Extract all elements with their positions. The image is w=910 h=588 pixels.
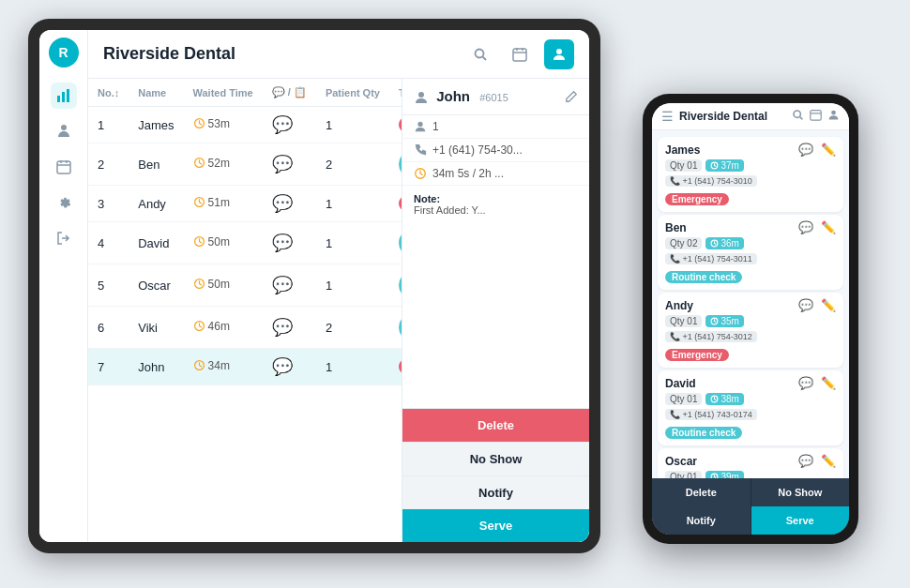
phone-footer-row2: Notify Serve bbox=[652, 506, 849, 535]
phone-notify-button[interactable]: Notify bbox=[652, 506, 751, 535]
phone-app-title: Riverside Dental bbox=[679, 110, 786, 123]
col-tags: Tags bbox=[389, 79, 402, 107]
phone-chat-icon[interactable]: 💬 bbox=[798, 220, 813, 234]
phone-chat-icon[interactable]: 💬 bbox=[798, 454, 813, 468]
svg-rect-2 bbox=[67, 89, 69, 102]
phone-calendar-icon[interactable] bbox=[810, 109, 822, 124]
serve-button[interactable]: Serve bbox=[402, 509, 589, 542]
phone-qty-badge: Qty 01 bbox=[665, 393, 702, 405]
calendar-icon-btn[interactable] bbox=[505, 39, 535, 69]
phone-patient-card[interactable]: Ben 💬 ✏️ Qty 02 36m 📞 +1 (541) 754-3011 … bbox=[658, 215, 843, 290]
phone-patient-list[interactable]: James 💬 ✏️ Qty 01 37m 📞 +1 (541) 754-301… bbox=[652, 130, 849, 478]
phone-patient-name-row: Andy 💬 ✏️ bbox=[665, 298, 836, 312]
phone-qty-badge: Qty 01 bbox=[665, 159, 702, 172]
table-row[interactable]: 4 David 50m 💬 1 Routine check bbox=[88, 222, 402, 264]
search-icon-btn[interactable] bbox=[465, 39, 495, 69]
phone-serve-button[interactable]: Serve bbox=[751, 506, 850, 535]
tablet-content: No.↕ Name Waited Time 💬 / 📋 Patient Qty … bbox=[88, 79, 589, 542]
detail-note-label: Note: bbox=[414, 193, 440, 204]
phone-patient-card[interactable]: Andy 💬 ✏️ Qty 01 35m 📞 +1 (541) 754-3012… bbox=[658, 293, 843, 368]
sidebar-icon-calendar[interactable] bbox=[51, 154, 77, 180]
table-row[interactable]: 7 John 34m 💬 1 Emergency bbox=[88, 349, 402, 385]
phone-patient-actions: 💬 ✏️ bbox=[798, 376, 836, 390]
phone-patient-info-row: Qty 01 39m 📞 +1 (541) 754-3015 bbox=[665, 471, 836, 478]
cell-no: 3 bbox=[88, 186, 129, 222]
phone-number-badge: 📞 +1 (541) 754-3010 bbox=[665, 175, 757, 187]
phone-tag: Routine check bbox=[665, 271, 742, 283]
tablet-detail-panel: John #6015 1 +1 (641) 754-30... bbox=[402, 79, 589, 542]
cell-chat: 💬 bbox=[263, 264, 316, 307]
cell-qty: 1 bbox=[316, 186, 389, 222]
cell-tag: Routine check bbox=[389, 264, 402, 307]
queue-table: No.↕ Name Waited Time 💬 / 📋 Patient Qty … bbox=[88, 79, 402, 385]
header-icons bbox=[465, 39, 574, 69]
cell-no: 7 bbox=[88, 349, 129, 385]
phone-patient-name: James bbox=[665, 143, 700, 157]
table-row[interactable]: 2 Ben 52m 💬 2 Routine check bbox=[88, 143, 402, 186]
phone-edit-icon[interactable]: ✏️ bbox=[821, 454, 836, 468]
phone-edit-icon[interactable]: ✏️ bbox=[821, 220, 836, 234]
table-row[interactable]: 1 James 53m 💬 1 Emergency bbox=[88, 107, 402, 143]
delete-button[interactable]: Delete bbox=[402, 409, 589, 442]
phone-qty-badge: Qty 02 bbox=[665, 237, 702, 249]
cell-no: 5 bbox=[88, 264, 129, 307]
phone-patient-name-row: Oscar 💬 ✏️ bbox=[665, 454, 836, 468]
detail-header: John #6015 bbox=[402, 79, 589, 115]
phone-number-badge: 📞 +1 (541) 743-0174 bbox=[665, 409, 757, 420]
svg-point-29 bbox=[831, 111, 836, 115]
cell-chat: 💬 bbox=[263, 143, 316, 186]
table-row[interactable]: 3 Andy 51m 💬 1 Emergency bbox=[88, 186, 402, 222]
detail-note: Note: First Added: Y... bbox=[402, 186, 589, 408]
user-icon-btn[interactable] bbox=[544, 39, 574, 69]
notify-button[interactable]: Notify bbox=[402, 475, 589, 509]
detail-wait-row: 34m 5s / 2h ... bbox=[402, 162, 589, 186]
svg-point-3 bbox=[61, 125, 67, 130]
detail-actions-row: No Show bbox=[402, 442, 589, 475]
phone-patient-card[interactable]: David 💬 ✏️ Qty 01 38m 📞 +1 (541) 743-017… bbox=[658, 370, 843, 445]
table-row[interactable]: 6 Viki 46m 💬 2 Routine check bbox=[88, 307, 402, 349]
cell-waited: 34m bbox=[184, 349, 263, 385]
queue-table-area[interactable]: No.↕ Name Waited Time 💬 / 📋 Patient Qty … bbox=[88, 79, 402, 542]
sidebar-icon-queue[interactable] bbox=[51, 118, 77, 144]
svg-rect-1 bbox=[62, 92, 65, 102]
svg-point-8 bbox=[476, 49, 484, 57]
phone-edit-icon[interactable]: ✏️ bbox=[821, 143, 836, 157]
col-qty: Patient Qty bbox=[316, 79, 389, 107]
cell-chat: 💬 bbox=[263, 349, 316, 385]
phone-edit-icon[interactable]: ✏️ bbox=[821, 376, 836, 390]
sidebar-icon-settings[interactable] bbox=[51, 189, 77, 216]
cell-no: 6 bbox=[88, 307, 129, 349]
phone-qty-badge: Qty 01 bbox=[665, 315, 702, 327]
svg-line-26 bbox=[800, 117, 803, 120]
sidebar-icon-logout[interactable] bbox=[51, 225, 77, 251]
tablet-screen: R Riverside Dental bbox=[39, 30, 589, 542]
phone-patient-card[interactable]: James 💬 ✏️ Qty 01 37m 📞 +1 (541) 754-301… bbox=[658, 137, 843, 212]
phone-patient-info-row: Qty 01 35m 📞 +1 (541) 754-3012 bbox=[665, 315, 836, 342]
phone-patient-actions: 💬 ✏️ bbox=[798, 143, 836, 157]
phone-time-badge: 36m bbox=[705, 237, 743, 249]
cell-waited: 53m bbox=[184, 107, 263, 143]
phone-chat-icon[interactable]: 💬 bbox=[798, 143, 813, 157]
phone-noshow-button[interactable]: No Show bbox=[751, 478, 850, 506]
hamburger-icon[interactable]: ☰ bbox=[661, 109, 674, 124]
phone-patient-card[interactable]: Oscar 💬 ✏️ Qty 01 39m 📞 +1 (541) 754-301… bbox=[658, 448, 843, 478]
phone-chat-icon[interactable]: 💬 bbox=[798, 376, 813, 390]
table-row[interactable]: 5 Oscar 50m 💬 1 Routine check bbox=[88, 264, 402, 307]
phone-patient-name: Andy bbox=[665, 299, 693, 312]
noshow-button[interactable]: No Show bbox=[402, 442, 589, 475]
cell-name: Andy bbox=[129, 186, 183, 222]
svg-rect-10 bbox=[513, 49, 526, 61]
sidebar-icon-analytics[interactable] bbox=[51, 83, 77, 109]
phone-chat-icon[interactable]: 💬 bbox=[798, 298, 813, 312]
phone-delete-button[interactable]: Delete bbox=[652, 478, 751, 506]
phone-footer-row1: Delete No Show bbox=[652, 478, 849, 506]
cell-chat: 💬 bbox=[263, 186, 316, 222]
cell-tag: Emergency bbox=[389, 107, 402, 143]
phone-user-icon[interactable] bbox=[827, 109, 840, 124]
phone-search-icon[interactable] bbox=[792, 109, 804, 124]
cell-qty: 1 bbox=[316, 107, 389, 143]
phone-edit-icon[interactable]: ✏️ bbox=[821, 298, 836, 312]
col-name: Name bbox=[129, 79, 183, 107]
tablet-header: Riverside Dental bbox=[88, 30, 589, 79]
detail-qty-row: 1 bbox=[402, 115, 589, 139]
